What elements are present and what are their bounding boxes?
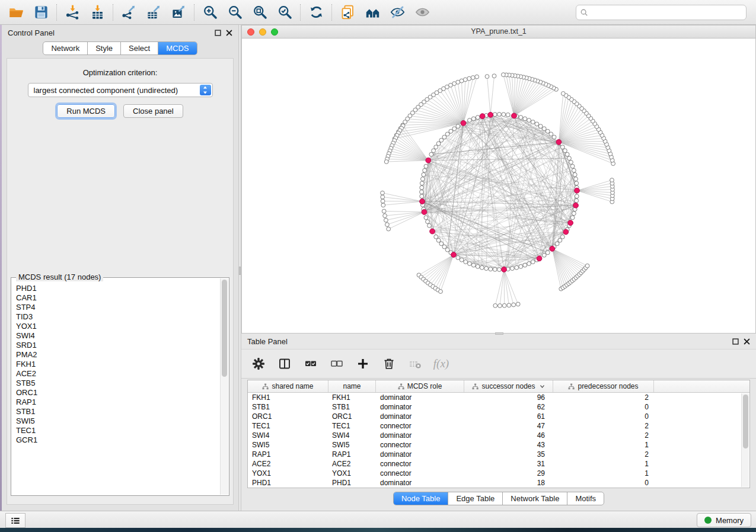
mcds-result-item[interactable]: YOX1 (16, 322, 219, 331)
hide-selected-button[interactable] (385, 2, 410, 23)
control-panel: Control Panel Network Style Select MCDS … (2, 25, 238, 511)
table-row[interactable]: ORC1ORC1dominator610 (248, 412, 749, 421)
mcds-result-item[interactable]: TEC1 (16, 426, 219, 435)
mcds-result-item[interactable]: SWI4 (16, 331, 219, 341)
table-row[interactable]: PHD1PHD1dominator180 (248, 478, 749, 488)
toolbar-separator (300, 4, 301, 21)
table-row[interactable]: STB1STB1dominator620 (248, 402, 749, 412)
run-mcds-button[interactable]: Run MCDS (57, 104, 115, 118)
tab-mcds[interactable]: MCDS (158, 42, 196, 55)
tab-network-table[interactable]: Network Table (503, 492, 567, 505)
column-header-successor-nodes[interactable]: successor nodes (464, 380, 553, 392)
mcds-result-item[interactable]: FKH1 (16, 360, 219, 369)
table-settings-button[interactable] (250, 355, 267, 373)
table-row[interactable]: SWI4SWI4dominator462 (248, 431, 749, 440)
float-panel-icon[interactable] (732, 338, 739, 345)
mcds-result-item[interactable]: STB5 (16, 379, 219, 388)
import-network-button[interactable] (60, 2, 85, 23)
table-cell: 1 (553, 469, 654, 478)
close-panel-icon[interactable] (226, 30, 232, 36)
splitter-grip[interactable] (239, 267, 241, 275)
close-panel-button[interactable]: Close panel (123, 104, 183, 118)
network-titlebar[interactable]: YPA_prune.txt_1 (242, 25, 755, 39)
table-row[interactable]: TEC1TEC1connector472 (248, 421, 749, 431)
table-row[interactable]: YOX1YOX1connector291 (248, 469, 749, 478)
show-all-button[interactable] (410, 2, 435, 23)
table-cell: connector (376, 459, 464, 469)
add-column-button[interactable] (354, 355, 372, 373)
memory-button[interactable]: Memory (697, 513, 751, 527)
mcds-result-item[interactable]: PHD1 (16, 284, 219, 293)
save-session-button[interactable] (28, 2, 53, 23)
delete-column-button[interactable] (380, 355, 398, 373)
zoom-out-button[interactable] (222, 2, 247, 23)
close-panel-icon[interactable] (744, 338, 750, 345)
open-file-button[interactable] (4, 2, 28, 23)
table-row[interactable]: ACE2ACE2connector311 (248, 459, 749, 469)
export-image-button[interactable] (166, 2, 191, 23)
first-neighbors-icon (365, 4, 381, 20)
table-row[interactable]: RAP1RAP1dominator352 (248, 450, 749, 459)
control-panel-header: Control Panel (2, 25, 238, 40)
mcds-result-item[interactable]: ORC1 (16, 388, 219, 398)
table-cell: SWI4 (328, 431, 376, 440)
zoom-fit-icon (252, 4, 268, 20)
refresh-layout-button[interactable] (304, 2, 328, 23)
column-header-mcds-role[interactable]: MCDS role (376, 380, 464, 392)
mcds-result-item[interactable]: CAR1 (16, 293, 219, 303)
search-input[interactable] (576, 5, 747, 20)
zoom-selected-button[interactable] (272, 2, 297, 23)
table-cell: 35 (464, 450, 553, 459)
tab-node-table[interactable]: Node Table (394, 492, 449, 505)
tab-edge-table[interactable]: Edge Table (448, 492, 503, 505)
chevron-down-icon (540, 384, 545, 389)
column-header-predecessor-nodes[interactable]: predecessor nodes (553, 380, 654, 392)
table-cell: 2 (553, 393, 654, 402)
task-history-button[interactable] (5, 513, 25, 528)
zoom-in-button[interactable] (197, 2, 222, 23)
first-neighbors-button[interactable] (360, 2, 385, 23)
column-header-filler (654, 380, 749, 392)
mcds-result-item[interactable]: STP4 (16, 303, 219, 312)
select-all-button[interactable] (302, 355, 320, 373)
export-table-button[interactable] (141, 2, 166, 23)
mcds-list-scrollbar[interactable] (220, 278, 228, 495)
table-row[interactable]: FKH1FKH1dominator962 (248, 393, 749, 402)
node-table-header: shared name name MCDS role successor nod… (248, 380, 749, 393)
table-row[interactable]: SWI5SWI5connector431 (248, 440, 749, 450)
mcds-result-item[interactable]: RAP1 (16, 398, 219, 407)
column-header-name[interactable]: name (328, 380, 376, 392)
mcds-result-item[interactable]: PMA2 (16, 350, 219, 360)
tab-select[interactable]: Select (121, 42, 158, 55)
scrollbar-thumb[interactable] (222, 280, 227, 377)
toolbar-separator (56, 4, 57, 21)
clone-network-button[interactable] (335, 2, 360, 23)
table-scrollbar[interactable] (741, 393, 749, 487)
function-builder-button[interactable]: f(x) (432, 355, 450, 373)
table-cell: ORC1 (328, 412, 376, 421)
export-network-button[interactable] (116, 2, 141, 23)
import-table-button[interactable] (85, 2, 110, 23)
mcds-result-item[interactable]: TID3 (16, 312, 219, 322)
zoom-fit-button[interactable] (247, 2, 272, 23)
show-columns-button[interactable] (276, 355, 294, 373)
network-title: YPA_prune.txt_1 (242, 27, 755, 36)
deselect-all-button[interactable] (328, 355, 346, 373)
column-header-shared-name[interactable]: shared name (248, 380, 328, 392)
network-canvas[interactable] (242, 39, 755, 333)
mcds-result-item[interactable]: SRD1 (16, 341, 219, 350)
delete-table-button[interactable] (406, 355, 424, 373)
optimization-criterion-select[interactable]: largest connected component (undirected) (28, 83, 213, 97)
mcds-result-item[interactable]: GCR1 (16, 435, 219, 445)
mcds-result-item[interactable]: ACE2 (16, 369, 219, 379)
scrollbar-thumb[interactable] (743, 395, 748, 448)
mcds-result-item[interactable]: STB1 (16, 407, 219, 416)
mcds-result-item[interactable]: SWI5 (16, 416, 219, 426)
table-panel: Table Panel (241, 334, 756, 511)
tab-network[interactable]: Network (43, 42, 88, 55)
tab-style[interactable]: Style (88, 42, 121, 55)
table-cell: 46 (464, 431, 553, 440)
tab-motifs[interactable]: Motifs (567, 492, 604, 505)
table-cell: 43 (464, 440, 553, 450)
float-panel-icon[interactable] (215, 30, 221, 36)
